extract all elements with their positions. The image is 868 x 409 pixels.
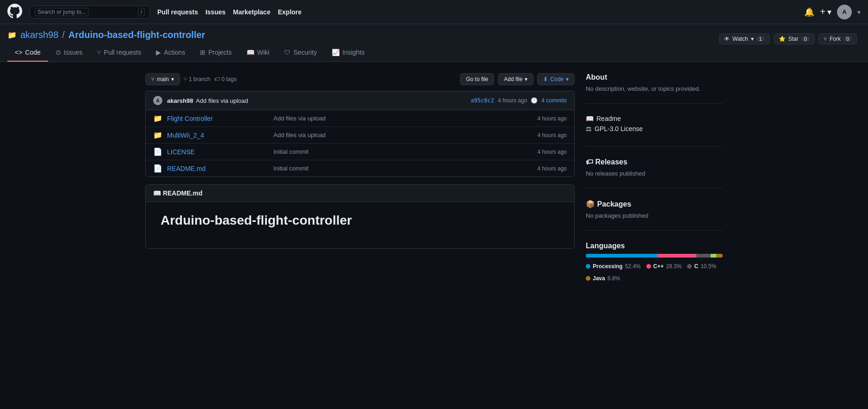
- readme-link-label: Readme: [596, 115, 621, 122]
- commit-count: 4 commits: [541, 97, 567, 104]
- new-item-button[interactable]: + ▾: [820, 6, 831, 17]
- file-icon: 📄: [153, 147, 162, 156]
- file-commit-msg: Initial commit: [273, 165, 533, 172]
- title-separator: /: [62, 30, 65, 40]
- languages-section: Languages Processing 52.4% C++ 28.3% C 1…: [586, 242, 723, 293]
- branch-selector[interactable]: ⑂ main ▾: [145, 73, 180, 85]
- releases-none-text: No releases published: [586, 170, 723, 177]
- readme-link[interactable]: 📖 Readme: [586, 115, 723, 122]
- star-icon: ⭐: [779, 36, 786, 42]
- table-row: 📁 Flight Controller Add files via upload…: [146, 110, 574, 127]
- readme-header: 📖 README.md: [146, 185, 574, 202]
- file-link-license[interactable]: LICENSE: [167, 148, 195, 156]
- commit-time: 4 hours ago: [498, 97, 527, 104]
- file-link-readme[interactable]: README.md: [167, 165, 205, 172]
- file-commit-msg: Add files via upload: [273, 132, 533, 138]
- eye-icon: 👁: [724, 36, 730, 42]
- tab-issues[interactable]: ⊙ Issues: [48, 44, 90, 62]
- commit-count-link[interactable]: 4 commits: [541, 97, 567, 104]
- caret-icon-avatar: ▾: [857, 8, 861, 16]
- tag-count-link[interactable]: 🏷 0 tags: [214, 76, 237, 82]
- readme-header-label: README.md: [163, 189, 203, 197]
- watch-button[interactable]: 👁 Watch ▾ 1: [719, 33, 770, 44]
- avatar[interactable]: A: [837, 5, 852, 19]
- branch-icon-sm: ⑂: [184, 76, 187, 82]
- go-to-file-label: Go to file: [466, 76, 488, 82]
- go-to-file-button[interactable]: Go to file: [460, 73, 494, 85]
- star-button[interactable]: ⭐ Star 0: [774, 33, 815, 44]
- code-button-label: Code: [550, 76, 564, 82]
- issues-icon: ⊙: [56, 49, 61, 56]
- git-branch-icon: ⑂: [151, 76, 155, 82]
- folder-icon: 📁: [153, 114, 162, 123]
- file-link-flight-controller[interactable]: Flight Controller: [167, 115, 213, 122]
- file-name-cell: README.md: [167, 165, 269, 172]
- branch-name: main: [157, 76, 169, 82]
- commit-author-link[interactable]: akarsh98: [167, 97, 193, 104]
- actions-icon: ▶: [156, 49, 161, 56]
- branch-count-link[interactable]: ⑂ 1 branch: [184, 76, 211, 82]
- code-download-button[interactable]: ⬇ Code ▾: [537, 73, 575, 85]
- nav-right: 🔔 + ▾ A ▾: [804, 5, 861, 19]
- book-icon: 📖: [586, 115, 594, 122]
- search-box[interactable]: Search or jump to... /: [30, 6, 150, 19]
- tag-icon: 🏷: [214, 76, 220, 82]
- license-link-label: GPL-3.0 License: [595, 125, 643, 132]
- caret-icon: ▾: [827, 7, 831, 17]
- languages-title: Languages: [586, 242, 723, 250]
- commit-hash-link[interactable]: a95c8c2: [471, 97, 494, 104]
- tab-pull-requests[interactable]: ⑂ Pull requests: [90, 44, 149, 62]
- controls-left: ⑂ main ▾ ⑂ 1 branch 🏷 0 tags: [145, 73, 236, 85]
- wiki-icon: 📖: [247, 49, 254, 56]
- file-icon: 📄: [153, 164, 162, 173]
- tab-actions[interactable]: ▶ Actions: [149, 44, 192, 62]
- search-shortcut: /: [138, 8, 145, 16]
- language-item: C 10.5%: [687, 263, 716, 270]
- language-item: C++ 28.3%: [646, 263, 682, 270]
- projects-icon: ⊞: [200, 49, 205, 56]
- search-placeholder: Search or jump to...: [35, 8, 89, 16]
- tab-insights[interactable]: 📈 Insights: [324, 44, 372, 62]
- commit-message: Add files via upload: [196, 97, 248, 104]
- table-row: 📄 LICENSE Initial commit 4 hours ago: [146, 144, 574, 160]
- file-table: A akarsh98 Add files via upload a95c8c2 …: [145, 91, 575, 177]
- releases-icon: 🏷: [586, 158, 593, 166]
- controls-bar: ⑂ main ▾ ⑂ 1 branch 🏷 0 tags Go to file: [145, 73, 575, 85]
- nav-explore[interactable]: Explore: [278, 8, 301, 16]
- caret-icon-watch: ▾: [751, 36, 754, 42]
- nav-issues[interactable]: Issues: [205, 8, 226, 16]
- star-label: Star: [788, 36, 799, 42]
- history-icon: 🕐: [531, 97, 538, 104]
- add-file-caret: ▾: [525, 76, 527, 82]
- commit-info: akarsh98 Add files via upload: [167, 97, 466, 104]
- add-file-button[interactable]: Add file ▾: [498, 73, 533, 85]
- repo-name-link[interactable]: Arduino-based-flight-controller: [68, 30, 205, 40]
- nav-marketplace[interactable]: Marketplace: [233, 8, 271, 16]
- folder-icon: 📁: [153, 131, 162, 139]
- package-icon: 📦: [586, 200, 595, 208]
- file-name-cell: Flight Controller: [167, 115, 269, 122]
- releases-section: 🏷 Releases No releases published: [586, 158, 723, 189]
- top-nav: Search or jump to... / Pull requests Iss…: [0, 0, 868, 24]
- tab-wiki[interactable]: 📖 Wiki: [239, 44, 277, 62]
- star-count: 0: [801, 36, 810, 42]
- license-link[interactable]: ⚖ GPL-3.0 License: [586, 125, 723, 132]
- packages-section: 📦 Packages No packages published: [586, 200, 723, 231]
- security-icon: 🛡: [284, 49, 291, 56]
- notification-button[interactable]: 🔔: [804, 7, 814, 17]
- main-content: ⑂ main ▾ ⑂ 1 branch 🏷 0 tags Go to file: [138, 62, 730, 315]
- repo-owner-link[interactable]: akarsh98: [20, 30, 58, 40]
- fork-button[interactable]: ⑂ Fork 0: [818, 33, 857, 44]
- fork-icon: ⑂: [824, 36, 827, 42]
- tab-projects[interactable]: ⊞ Projects: [192, 44, 239, 62]
- file-link-multiwii[interactable]: MultiWii_2_4: [167, 132, 204, 139]
- commit-header: A akarsh98 Add files via upload a95c8c2 …: [146, 91, 574, 110]
- repo-header: 📁 akarsh98 / Arduino-based-flight-contro…: [0, 24, 868, 62]
- nav-links: Pull requests Issues Marketplace Explore: [157, 8, 302, 16]
- tab-code[interactable]: <> Code: [7, 44, 48, 62]
- tab-security[interactable]: 🛡 Security: [277, 44, 324, 62]
- code-caret-icon: ▾: [566, 76, 569, 82]
- commit-avatar: A: [153, 96, 162, 105]
- nav-pull-requests[interactable]: Pull requests: [157, 8, 198, 16]
- github-logo[interactable]: [7, 4, 22, 20]
